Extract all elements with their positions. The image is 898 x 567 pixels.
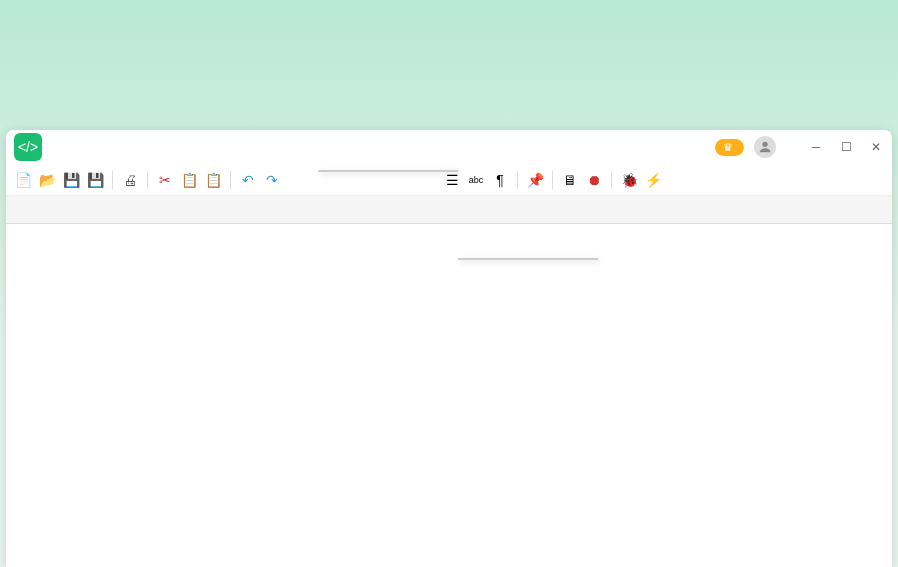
save-icon[interactable]: 💾: [62, 171, 80, 189]
tab-bar: [6, 196, 892, 224]
app-logo-icon: </>: [14, 133, 42, 161]
undo-icon[interactable]: ↶: [239, 171, 257, 189]
svg-point-0: [762, 142, 767, 147]
toolbar: 📄 📂 💾 💾 🖨 ✂ 📋 📋 ↶ ↷ ☰ abc ¶ 📌 🖥 ⏺ 🐞 ⚡: [6, 164, 892, 196]
bolt-icon[interactable]: ⚡: [644, 171, 662, 189]
open-file-icon[interactable]: 📂: [38, 171, 56, 189]
line-gutter: [6, 224, 12, 567]
close-button[interactable]: ✕: [868, 139, 884, 155]
save-all-icon[interactable]: 💾: [86, 171, 104, 189]
user-avatar-icon[interactable]: [754, 136, 776, 158]
abc-icon[interactable]: abc: [467, 171, 485, 189]
vip-button[interactable]: ♛: [715, 139, 744, 156]
code-editor[interactable]: [6, 224, 892, 567]
language-submenu-dropdown[interactable]: [458, 258, 598, 260]
copy-icon[interactable]: 📋: [180, 171, 198, 189]
paste-icon[interactable]: 📋: [204, 171, 222, 189]
record-icon[interactable]: ⏺: [585, 171, 603, 189]
redo-icon[interactable]: ↷: [263, 171, 281, 189]
bug-icon[interactable]: 🐞: [620, 171, 638, 189]
print-icon[interactable]: 🖨: [121, 171, 139, 189]
title-bar: </> ♛ ─ ☐ ✕: [6, 130, 892, 164]
wrap-icon[interactable]: ¶: [491, 171, 509, 189]
app-window: </> ♛ ─ ☐ ✕ 📄 📂 💾 💾 🖨 ✂ 📋 📋: [6, 130, 892, 567]
monitor-icon[interactable]: 🖥: [561, 171, 579, 189]
list-icon[interactable]: ☰: [443, 171, 461, 189]
hero-title: [0, 0, 898, 48]
language-menu-dropdown[interactable]: [318, 170, 458, 172]
pin-icon[interactable]: 📌: [526, 171, 544, 189]
minimize-button[interactable]: ─: [808, 139, 824, 155]
new-file-icon[interactable]: 📄: [14, 171, 32, 189]
cut-icon[interactable]: ✂: [156, 171, 174, 189]
crown-icon: ♛: [723, 141, 733, 154]
maximize-button[interactable]: ☐: [838, 139, 854, 155]
